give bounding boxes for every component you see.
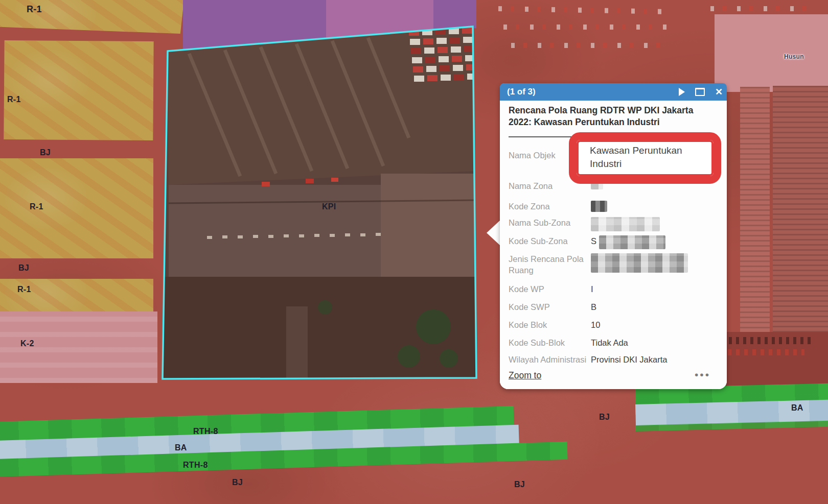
zone-label: R-1 xyxy=(30,202,43,211)
field-value: 10 xyxy=(591,319,721,330)
more-options-button[interactable]: ••• xyxy=(695,369,710,381)
zone-label: R-1 xyxy=(27,4,42,15)
close-icon[interactable]: ✕ xyxy=(715,87,723,97)
popup-title: Rencana Pola Ruang RDTR WP DKI Jakarta 2… xyxy=(509,105,717,128)
zone-label: RTH-8 xyxy=(193,427,218,436)
zone-label: RTH-8 xyxy=(183,461,208,470)
popup-header[interactable]: (1 of 3) ✕ xyxy=(500,83,727,101)
field-label: Kode SWP xyxy=(509,301,591,313)
field-row-kode-zona: Kode Zona xyxy=(509,201,721,212)
zone-label: BJ xyxy=(514,480,525,489)
zone-label: BA xyxy=(175,443,187,452)
zone-label: BJ xyxy=(232,478,243,487)
popup-footer: Zoom to ••• xyxy=(500,367,727,389)
map-canvas[interactable]: R-1 R-1 BJ R-1 BJ R-1 K-2 KPI RTH-8 BA R… xyxy=(0,0,828,504)
redacted-value xyxy=(591,201,607,212)
zone-label: R-1 xyxy=(7,95,21,104)
redacted-value xyxy=(599,235,665,249)
zone-label: BJ xyxy=(599,413,610,422)
field-row-kode-wp: Kode WP I xyxy=(509,283,721,295)
field-value xyxy=(591,217,721,231)
zone-label: K-2 xyxy=(20,339,34,348)
zone-label: BJ xyxy=(18,263,29,273)
field-label: Kode Blok xyxy=(509,319,591,330)
feature-popup: (1 of 3) ✕ Rencana Pola Ruang RDTR WP DK… xyxy=(500,83,727,389)
field-label: Kode WP xyxy=(509,283,591,295)
field-value: Provinsi DKI Jakarta xyxy=(591,354,721,365)
redacted-value xyxy=(591,217,660,231)
field-row-nama-sub-zona: Nama Sub-Zona xyxy=(509,217,721,231)
field-value-prefix: S xyxy=(591,235,596,247)
zone-label: BA xyxy=(791,403,803,413)
field-value: S xyxy=(591,235,721,249)
field-row-kode-sub-blok: Kode Sub-Blok Tidak Ada xyxy=(509,337,721,348)
field-row-kode-sub-zona: Kode Sub-Zona S xyxy=(509,235,721,249)
highlighted-field-value: Kawasan Peruntukan Industri xyxy=(590,144,707,170)
field-row-wilayah-administrasi: Wilayah Administrasi Provinsi DKI Jakart… xyxy=(509,354,721,365)
next-feature-icon[interactable] xyxy=(679,88,685,96)
field-label: Kode Zona xyxy=(509,201,591,212)
field-label: Kode Sub-Zona xyxy=(509,235,591,249)
field-label: Jenis Rencana Pola Ruang xyxy=(509,253,591,276)
field-row-jenis-rencana: Jenis Rencana Pola Ruang xyxy=(509,253,721,276)
field-value xyxy=(591,253,721,276)
zone-label: KPI xyxy=(322,202,336,211)
place-label: Husun xyxy=(784,53,804,60)
field-value: B xyxy=(591,301,721,313)
field-label: Kode Sub-Blok xyxy=(509,337,591,348)
popup-callout-arrow xyxy=(487,220,501,246)
maximize-icon[interactable] xyxy=(695,88,705,96)
field-value xyxy=(591,201,721,212)
field-row-kode-swp: Kode SWP B xyxy=(509,301,721,313)
field-value: Tidak Ada xyxy=(591,337,721,348)
field-label: Wilayah Administrasi xyxy=(509,354,591,365)
field-label: Nama Sub-Zona xyxy=(509,217,591,231)
pagination-label: (1 of 3) xyxy=(507,87,536,97)
zoom-to-link[interactable]: Zoom to xyxy=(509,370,541,381)
redacted-value xyxy=(591,253,688,273)
field-value: I xyxy=(591,283,721,295)
zone-label: R-1 xyxy=(17,285,31,294)
zone-label: BJ xyxy=(40,148,51,157)
annotation-highlight-box: Kawasan Peruntukan Industri xyxy=(569,132,721,184)
field-row-kode-blok: Kode Blok 10 xyxy=(509,319,721,330)
